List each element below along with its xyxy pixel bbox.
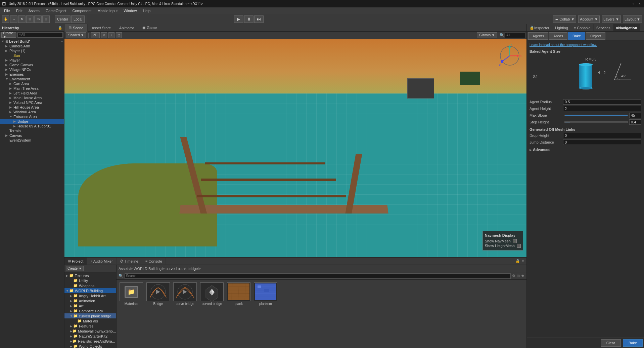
local-button[interactable]: Local [71,15,85,23]
tree-item-village-npcs[interactable]: ▶Village NPCs [0,67,64,72]
tab-inspector[interactable]: 🔒 Inspector [527,24,552,32]
tree-item-bridge[interactable]: ▶Bridge [0,119,64,124]
scale-tool[interactable]: ⊞ [26,15,34,23]
asset-materials[interactable]: 📁 Materials [119,282,143,306]
proj-textures[interactable]: ▶📁 Textures [64,273,116,278]
rotate-tool[interactable]: ↻ [18,15,26,23]
show-navmesh-checkbox[interactable]: ✓ [513,239,517,243]
proj-campfire-pack[interactable]: ▶📁 Campfire Pack [64,308,116,313]
agent-radius-value[interactable]: 0.5 [563,99,641,105]
proj-nature-starter[interactable]: ▶📁 NatureStarterKit2 [64,334,116,339]
menu-window[interactable]: Window [121,8,139,13]
menu-gameobject[interactable]: GameObject [43,8,69,13]
max-slope-value[interactable]: 45 [629,113,641,118]
minimize-button[interactable]: − [624,1,629,6]
gizmos-button[interactable]: Gizmos ▼ [477,32,497,38]
audio-toggle[interactable]: ♪ [108,32,114,38]
subtab-object[interactable]: Object [586,32,605,40]
proj-angry-hobbit[interactable]: ▶📁 Angry Hobbit Art [64,293,116,298]
tab-console[interactable]: ≡ Console [142,258,166,265]
scene-viewport[interactable]: Y X Z Navmesh Display Show [64,39,526,257]
component-workflow-link[interactable]: Learn instead about the component workfl… [530,43,641,47]
menu-help[interactable]: Help [140,8,153,13]
tab-game[interactable]: ◉ Game [138,24,161,32]
account-button[interactable]: Account ▼ [578,15,600,23]
tree-item-main-house-area[interactable]: ▶Main House Area [0,95,64,100]
collab-button[interactable]: ☁ Collab ▼ [553,15,576,23]
tree-item-left-field-area[interactable]: ▶Left Field Area [0,91,64,95]
tab-animator[interactable]: Animator [115,24,138,32]
tree-item-house09[interactable]: ▶House 09 A Tudor01 [0,124,64,128]
tree-item-camera-arm[interactable]: ▶Camera Arm [0,44,64,48]
move-tool[interactable]: ↔ [10,15,17,23]
proj-world-objects[interactable]: ▶📁 World Objects [64,344,116,348]
proj-medieval-town[interactable]: ▶📁 MedievalTownExterio... [64,328,116,334]
proj-weapons[interactable]: 📁 Weapons [64,283,116,288]
tab-asset-store[interactable]: Asset Store [88,24,115,32]
layers-button[interactable]: Layers ▼ [602,15,621,23]
menu-edit[interactable]: Edit [13,8,25,13]
hierarchy-pin-icon[interactable]: 🔒 [58,26,62,30]
tree-item-player[interactable]: ▶Player [0,58,64,63]
breadcrumb-world-building[interactable]: WORLD Building [134,267,162,271]
create-btn[interactable]: Create ▼ [66,266,84,271]
play-button[interactable]: ▶ [234,15,243,23]
asset-planknm[interactable]: planknm [254,282,278,306]
tab-navigation[interactable]: × Navigation [613,24,640,32]
breadcrumb-curved-plank-bridge[interactable]: curved plank bridge [166,267,198,271]
step-height-value[interactable]: 0.4 [629,119,641,125]
tree-item-environment[interactable]: ▼Environment [0,77,64,81]
next-frame-button[interactable]: ⏭ [254,15,264,23]
asset-curve-bridge[interactable]: curve bridge [173,282,197,306]
tree-item-sun[interactable]: Sun [0,53,64,58]
proj-utility[interactable]: 📁 Utility [64,278,116,283]
tab-services[interactable]: Services [594,24,613,32]
proj-curved-plank-bridge[interactable]: ▼📁 curved plank bridge [64,313,116,318]
assets-tool-icon1[interactable]: ⚙ [512,274,515,278]
tab-audio-mixer[interactable]: ♪ Audio Mixer [87,258,117,265]
max-slope-slider[interactable] [564,115,628,116]
tree-item-entrance-area[interactable]: ▼Entrance Area [0,114,64,119]
advanced-section[interactable]: ▶ Advanced [530,148,641,152]
subtab-bake[interactable]: Bake [568,32,585,40]
clear-button[interactable]: Clear [601,339,621,347]
layout-button[interactable]: Layout ▼ [623,15,642,23]
hierarchy-search-input[interactable] [17,32,63,38]
close-icon[interactable]: × [616,26,618,30]
breadcrumb-assets[interactable]: Assets [119,267,130,271]
tree-item-enemies[interactable]: ▶Enemies [0,72,64,77]
proj-features[interactable]: ▶📁 Features [64,323,116,328]
proj-art[interactable]: ▶📁 Art [64,303,116,308]
center-button[interactable]: Center [55,15,71,23]
tab-timeline[interactable]: ⏱ Timeline [117,258,142,265]
jump-distance-value[interactable]: 0 [563,140,641,145]
tab-lighting[interactable]: Lighting [552,24,571,32]
tree-item-cart-area[interactable]: ▶Cart Area [0,81,64,86]
light-toggle[interactable]: ☀ [101,32,107,38]
proj-animation[interactable]: ▶📁 Animation [64,298,116,303]
subtab-areas[interactable]: Areas [549,32,567,40]
asset-plank[interactable]: plank [227,282,251,306]
shaded-dropdown[interactable]: Shaded ▼ [66,32,86,38]
menu-mobile-input[interactable]: Mobile Input [95,8,120,13]
rect-tool[interactable]: ▭ [34,15,42,23]
scene-search-input[interactable] [505,33,525,38]
tree-item-windmill-area[interactable]: ▶Windmill Area [0,110,64,114]
subtab-agents[interactable]: Agents [528,32,548,40]
tree-item-player1[interactable]: ▶Player (1) [0,48,64,53]
proj-materials-folder[interactable]: 📁 Materials [64,318,116,323]
pause-button[interactable]: ⏸ [244,15,254,23]
drop-height-value[interactable]: 0 [563,133,641,138]
tree-item-volund-npc-area[interactable]: ▶Volund NPC Area [0,100,64,105]
menu-component[interactable]: Component [70,8,94,13]
assets-tool-icon3[interactable]: ★ [521,274,524,278]
tree-item-eventsystem[interactable]: EventSystem [0,138,64,143]
fx-toggle[interactable]: ⊡ [116,32,122,38]
tab-project[interactable]: ⊞ Project [64,258,87,265]
2d-button[interactable]: 2D [91,32,100,38]
step-height-slider[interactable] [564,121,628,123]
tree-item-main-tree-area[interactable]: ▶Main Tree Area [0,86,64,91]
hierarchy-create-btn[interactable]: Create ▼ [1,32,16,38]
agent-height-value[interactable]: 2 [563,106,641,111]
tree-item-terrain[interactable]: Terrain [0,128,64,133]
